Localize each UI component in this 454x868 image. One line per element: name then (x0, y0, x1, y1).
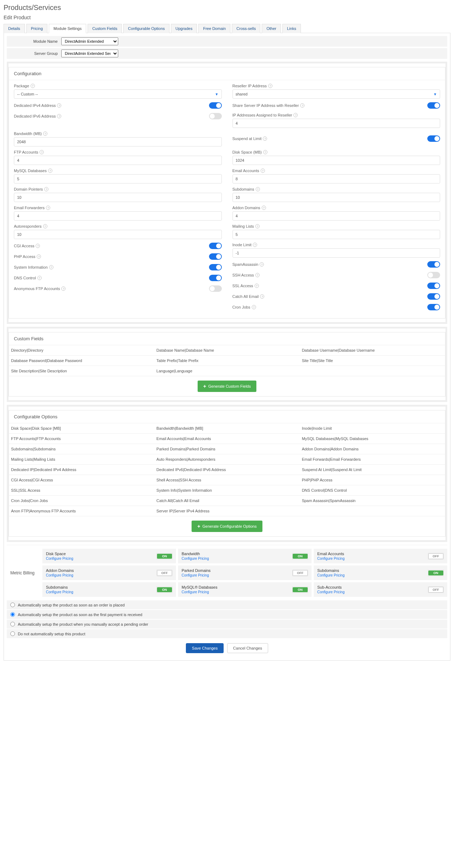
metric-toggle[interactable]: ON (292, 587, 308, 593)
metric-toggle[interactable]: ON (292, 553, 308, 559)
right-toggle2-2-toggle[interactable] (427, 283, 440, 289)
metric-card-2: Email Accounts Configure Pricing OFF (314, 549, 447, 563)
right-toggle-top-0-toggle[interactable] (427, 102, 440, 109)
right-toggle2-3-toggle[interactable] (427, 293, 440, 300)
setup-option-3[interactable]: Do not automatically setup this product (7, 629, 447, 638)
left-input-2-input[interactable] (14, 193, 222, 202)
tab-other[interactable]: Other (262, 24, 281, 33)
metric-toggle[interactable]: OFF (428, 587, 444, 593)
right-toggle2-0-label: SpamAssassin (233, 262, 259, 267)
tab-links[interactable]: Links (282, 24, 301, 33)
table-cell (300, 506, 445, 516)
left-toggle2-3-toggle[interactable] (209, 275, 222, 281)
help-icon: ? (37, 254, 41, 259)
left-toggle2-1-toggle[interactable] (209, 253, 222, 260)
module-name-select[interactable]: DirectAdmin Extended (61, 37, 118, 45)
metric-toggle[interactable]: OFF (428, 553, 444, 559)
left-toggle2-2-toggle[interactable] (209, 264, 222, 270)
configure-pricing-link[interactable]: Configure Pricing (182, 557, 209, 560)
left-input-4-input[interactable] (14, 230, 222, 239)
left-input-1-input[interactable] (14, 174, 222, 184)
left-toggle2-0-toggle[interactable] (209, 243, 222, 249)
left-toggle-1-toggle[interactable] (209, 113, 222, 119)
right-toggle2-0-toggle[interactable] (427, 261, 440, 268)
metric-name: Disk Space (46, 552, 73, 556)
left-input-2-label: Domain Pointers (14, 187, 43, 191)
left-toggle2-3-label: DNS Control (14, 276, 36, 280)
tab-configurable-options[interactable]: Configurable Options (123, 24, 169, 33)
right-input-4-input[interactable] (233, 230, 440, 239)
left-toggle2-4-label: Anonymous FTP Accounts (14, 286, 60, 291)
left-input-3-input[interactable] (14, 211, 222, 221)
setup-radio[interactable] (10, 612, 15, 617)
configure-pricing-link[interactable]: Configure Pricing (46, 573, 74, 577)
metric-card-6: Subdomains Configure Pricing ON (42, 582, 176, 597)
help-icon: ? (36, 244, 40, 248)
ip-assigned-input[interactable] (233, 119, 440, 128)
tab-pricing[interactable]: Pricing (26, 24, 48, 33)
metric-toggle[interactable]: ON (428, 570, 444, 576)
tab-cross-sells[interactable]: Cross-sells (232, 24, 260, 33)
configure-pricing-link[interactable]: Configure Pricing (182, 590, 217, 594)
tab-module-settings[interactable]: Module Settings (49, 24, 86, 33)
right-input-1-input[interactable] (233, 174, 440, 184)
configure-pricing-link[interactable]: Configure Pricing (317, 573, 345, 577)
left-toggle2-4-toggle[interactable] (209, 285, 222, 292)
right-input-2-input[interactable] (233, 193, 440, 202)
left-input-0-label: FTP Accounts (14, 150, 38, 154)
setup-option-2[interactable]: Automatically setup the product when you… (7, 620, 447, 629)
inode-input[interactable] (233, 248, 440, 258)
metric-toggle[interactable]: ON (157, 553, 172, 559)
right-toggle2-4-toggle[interactable] (427, 304, 440, 310)
configure-pricing-link[interactable]: Configure Pricing (46, 590, 73, 594)
help-icon: ? (57, 114, 61, 118)
setup-option-1[interactable]: Automatically setup the product as soon … (7, 610, 447, 619)
metric-name: Subdomains (46, 585, 73, 589)
reseller-ip-select[interactable]: shared▼ (233, 89, 440, 99)
generate-configurable-options-button[interactable]: +Generate Configurable Options (192, 521, 262, 532)
setup-radio[interactable] (10, 603, 15, 607)
table-cell: Database Password|Database Password (9, 356, 154, 366)
bandwidth-input[interactable] (14, 137, 222, 146)
configure-pricing-link[interactable]: Configure Pricing (317, 590, 345, 594)
table-cell: Catch All|Catch All Email (154, 496, 299, 506)
left-input-0-input[interactable] (14, 156, 222, 165)
configure-pricing-link[interactable]: Configure Pricing (46, 557, 73, 560)
help-icon: ? (31, 84, 35, 88)
server-group-select[interactable]: DirectAdmin Extended Server (61, 50, 118, 57)
configure-pricing-link[interactable]: Configure Pricing (182, 573, 210, 577)
setup-option-0[interactable]: Automatically setup the product as soon … (7, 600, 447, 609)
server-group-row: Server Group DirectAdmin Extended Server (7, 48, 447, 59)
help-icon: ? (48, 169, 52, 173)
tab-free-domain[interactable]: Free Domain (198, 24, 230, 33)
package-select[interactable]: -- Custom --▼ (14, 89, 222, 99)
right-toggle2-2-label: SSL Access (233, 284, 253, 288)
suspend-toggle[interactable] (427, 135, 440, 142)
left-toggle-0-toggle[interactable] (209, 102, 222, 109)
right-input-0-input[interactable] (233, 156, 440, 165)
metric-toggle[interactable]: OFF (157, 570, 172, 576)
metric-toggle[interactable]: OFF (292, 570, 308, 576)
save-button[interactable]: Save Changes (186, 643, 224, 653)
help-icon: ? (262, 206, 266, 210)
tab-custom-fields[interactable]: Custom Fields (88, 24, 122, 33)
right-toggle2-1-toggle[interactable] (427, 272, 440, 278)
setup-radio[interactable] (10, 631, 15, 636)
metric-toggle[interactable]: ON (157, 587, 172, 593)
right-input-1-label: Email Accounts (233, 169, 259, 173)
tab-details[interactable]: Details (4, 24, 25, 33)
table-cell: System Info|System Information (154, 485, 299, 496)
right-input-3-input[interactable] (233, 211, 440, 221)
configure-pricing-link[interactable]: Configure Pricing (317, 557, 345, 560)
setup-radio[interactable] (10, 622, 15, 626)
help-icon: ? (43, 131, 47, 136)
table-cell: CGI Access|CGI Access (9, 475, 154, 485)
metric-card-7: MySQL® Databases Configure Pricing ON (178, 582, 312, 597)
table-cell: Mailing Lists|Mailing Lists (9, 454, 154, 465)
main-panel: Module Name DirectAdmin Extended Server … (4, 33, 450, 661)
tab-upgrades[interactable]: Upgrades (171, 24, 197, 33)
table-cell: Table Prefix|Table Prefix (154, 356, 299, 366)
generate-custom-fields-button[interactable]: +Generate Custom Fields (198, 381, 256, 392)
cancel-button[interactable]: Cancel Changes (227, 643, 268, 653)
custom-fields-header: Custom Fields (9, 332, 445, 345)
